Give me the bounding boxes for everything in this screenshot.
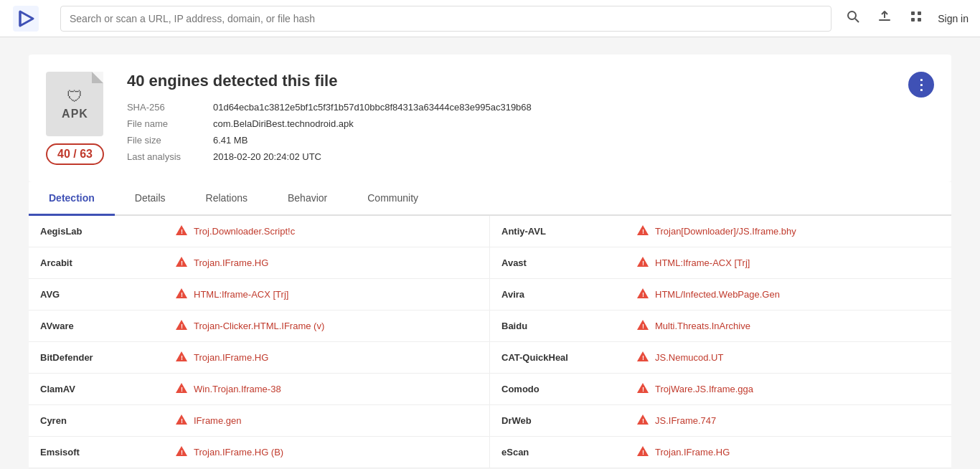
tab-detection[interactable]: Detection xyxy=(29,182,115,216)
svg-text:!: ! xyxy=(642,323,644,330)
threat-name: JS.Nemucod.UT xyxy=(655,352,723,363)
threat-name: Multi.Threats.InArchive xyxy=(655,321,750,331)
threat-name: Trojan.IFrame.HG (B) xyxy=(194,447,283,458)
detection-row: BitDefender ! Trojan.IFrame.HG xyxy=(29,342,490,374)
logo[interactable] xyxy=(11,4,40,33)
warning-icon: ! xyxy=(175,445,188,460)
tab-behavior[interactable]: Behavior xyxy=(268,182,347,216)
search-icon-button[interactable] xyxy=(843,6,863,30)
svg-text:!: ! xyxy=(181,386,183,393)
svg-text:!: ! xyxy=(642,291,644,298)
svg-rect-8 xyxy=(918,11,921,15)
svg-text:!: ! xyxy=(642,260,644,267)
engine-name: AegisLab xyxy=(40,226,169,237)
engine-name: DrWeb xyxy=(501,415,631,426)
detection-row: Cyren ! IFrame.gen xyxy=(29,405,490,437)
svg-rect-5 xyxy=(879,19,890,21)
lastanalysis-value: 2018-02-20 20:24:02 UTC xyxy=(213,151,934,162)
svg-text:!: ! xyxy=(181,449,183,456)
detection-row: Emsisoft ! Trojan.IFrame.HG (B) xyxy=(29,437,490,468)
filesize-key: File size xyxy=(127,135,213,146)
warning-icon: ! xyxy=(636,287,649,302)
more-options-button[interactable]: ⋮ xyxy=(908,72,934,98)
sha256-key: SHA-256 xyxy=(127,102,213,113)
detection-table-wrapper: AegisLab ! Troj.Downloader.Script!c Anti… xyxy=(29,216,951,468)
warning-icon: ! xyxy=(636,382,649,397)
detection-row: Baidu ! Multi.Threats.InArchive xyxy=(490,311,951,342)
engine-name: CAT-QuickHeal xyxy=(501,352,631,363)
main-content: 🛡 APK 40 / 63 40 engines detected this f… xyxy=(0,37,980,469)
lastanalysis-key: Last analysis xyxy=(127,151,213,162)
warning-icon: ! xyxy=(175,287,188,302)
file-icon-label: APK xyxy=(62,108,88,120)
warning-icon: ! xyxy=(636,350,649,365)
detection-grid: AegisLab ! Troj.Downloader.Script!c Anti… xyxy=(29,216,951,468)
svg-rect-0 xyxy=(13,6,39,32)
threat-name: Trojan.IFrame.HG xyxy=(194,257,268,268)
svg-text:!: ! xyxy=(642,386,644,393)
warning-icon: ! xyxy=(636,413,649,428)
filename-value: com.BelaDiriBest.technodroid.apk xyxy=(213,118,934,129)
header-actions: Sign in xyxy=(843,6,969,30)
detection-row: Comodo ! TrojWare.JS.Iframe.gga xyxy=(490,374,951,405)
svg-rect-9 xyxy=(911,18,915,22)
threat-name: Troj.Downloader.Script!c xyxy=(194,226,295,237)
engine-name: Emsisoft xyxy=(40,447,169,458)
upload-icon-button[interactable] xyxy=(875,6,895,30)
svg-line-4 xyxy=(855,19,859,22)
warning-icon: ! xyxy=(175,224,188,239)
engine-name: AVG xyxy=(40,289,169,300)
svg-text:!: ! xyxy=(181,291,183,298)
filename-key: File name xyxy=(127,118,213,129)
detection-row: DrWeb ! JS.IFrame.747 xyxy=(490,405,951,437)
tab-relations[interactable]: Relations xyxy=(186,182,268,216)
engine-name: BitDefender xyxy=(40,352,169,363)
engine-name: Antiy-AVL xyxy=(501,226,631,237)
svg-text:!: ! xyxy=(642,354,644,361)
detection-row: Avira ! HTML/Infected.WebPage.Gen xyxy=(490,279,951,311)
threat-name: Trojan.IFrame.HG xyxy=(655,447,730,458)
svg-rect-7 xyxy=(911,11,915,15)
svg-rect-10 xyxy=(918,18,921,22)
grid-icon-button[interactable] xyxy=(906,6,926,30)
engine-name: Comodo xyxy=(501,384,631,394)
engine-name: eScan xyxy=(501,447,631,458)
svg-text:!: ! xyxy=(181,228,183,235)
filesize-value: 6.41 MB xyxy=(213,135,934,146)
warning-icon: ! xyxy=(175,350,188,365)
file-info-section: 🛡 APK 40 / 63 40 engines detected this f… xyxy=(29,55,951,182)
file-meta: SHA-256 01d64ecba1c3812e5bf1c5f3f1b57d10… xyxy=(127,102,934,162)
threat-name: HTML/Infected.WebPage.Gen xyxy=(655,289,780,300)
svg-text:!: ! xyxy=(181,323,183,330)
detection-badge: 40 / 63 xyxy=(46,143,104,165)
tab-community[interactable]: Community xyxy=(347,182,438,216)
warning-icon: ! xyxy=(175,318,188,333)
engine-name: Baidu xyxy=(501,321,631,331)
detection-row: AegisLab ! Troj.Downloader.Script!c xyxy=(29,216,490,247)
warning-icon: ! xyxy=(636,318,649,333)
tab-details[interactable]: Details xyxy=(115,182,186,216)
threat-name: Win.Trojan.Iframe-38 xyxy=(194,384,281,394)
file-title: 40 engines detected this file xyxy=(127,72,934,90)
threat-name: Trojan.IFrame.HG xyxy=(194,352,268,363)
search-input[interactable] xyxy=(60,6,831,32)
detection-row: Avast ! HTML:Iframe-ACX [Trj] xyxy=(490,247,951,279)
file-icon: 🛡 APK xyxy=(46,72,103,136)
svg-text:!: ! xyxy=(642,417,644,425)
warning-icon: ! xyxy=(636,224,649,239)
warning-icon: ! xyxy=(636,445,649,460)
svg-point-3 xyxy=(848,11,856,19)
threat-name: TrojWare.JS.Iframe.gga xyxy=(655,384,753,394)
engine-name: ClamAV xyxy=(40,384,169,394)
threat-name: HTML:Iframe-ACX [Trj] xyxy=(194,289,288,300)
svg-text:!: ! xyxy=(642,449,644,456)
tabs: Detection Details Relations Behavior Com… xyxy=(29,182,951,216)
detection-row: AVG ! HTML:Iframe-ACX [Trj] xyxy=(29,279,490,311)
engine-name: Arcabit xyxy=(40,257,169,268)
sha256-value: 01d64ecba1c3812e5bf1c5f3f1b57d10bbc8f843… xyxy=(213,102,934,113)
engine-name: Cyren xyxy=(40,415,169,426)
signin-button[interactable]: Sign in xyxy=(938,13,969,24)
warning-icon: ! xyxy=(175,255,188,270)
svg-text:!: ! xyxy=(181,354,183,361)
detection-row: eScan ! Trojan.IFrame.HG xyxy=(490,437,951,468)
